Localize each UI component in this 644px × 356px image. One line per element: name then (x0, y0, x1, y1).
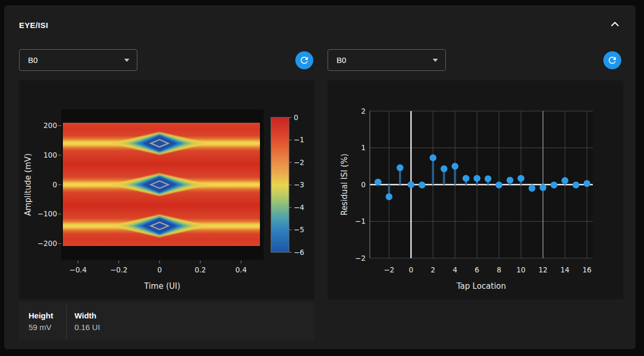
eye-width-label: Width (74, 311, 314, 320)
stem-marker (518, 175, 525, 182)
chevron-down-icon (433, 59, 438, 62)
eye-height-label: Height (29, 311, 66, 320)
isi-y-axis-label: Residual ISI (%) (340, 153, 349, 215)
eye-width-stat: Width 0.16 UI (66, 304, 314, 339)
svg-text:0: 0 (52, 180, 57, 189)
svg-text:2: 2 (431, 266, 435, 274)
svg-text:0.4: 0.4 (236, 266, 247, 274)
stem-marker (539, 184, 546, 191)
svg-text:−100: −100 (38, 209, 57, 218)
stem-marker (463, 175, 470, 182)
eye-height-value: 59 mV (29, 323, 66, 332)
eye-isi-panel: EYE/ISI B0 B0 (4, 5, 636, 349)
residual-isi-chart: 210−1−2−20246810121416 Tap Location Resi… (328, 80, 623, 299)
eye-diagram-chart: 2001000−100−200−0.4−0.200.20.4 0−1−2−3−4… (19, 80, 314, 299)
svg-text:−4: −4 (294, 203, 304, 212)
eye-lane-selected-value: B0 (28, 56, 124, 65)
isi-refresh-button[interactable] (603, 51, 621, 69)
panel-title: EYE/ISI (19, 21, 48, 30)
svg-text:2: 2 (361, 107, 366, 115)
stem-marker (484, 175, 491, 182)
stem-marker (386, 193, 393, 200)
svg-text:−3: −3 (294, 180, 304, 189)
collapse-panel-button[interactable] (609, 18, 621, 31)
colorbar-ticks: 0−1−2−3−4−5−6 (289, 113, 304, 257)
svg-text:100: 100 (43, 151, 57, 159)
svg-text:10: 10 (517, 266, 526, 274)
stem-marker (397, 165, 404, 171)
svg-text:−1: −1 (294, 135, 304, 144)
svg-text:0: 0 (294, 113, 298, 122)
svg-text:0: 0 (157, 266, 162, 274)
svg-text:−200: −200 (38, 239, 57, 248)
svg-text:−0.4: −0.4 (69, 266, 87, 274)
eye-diagram-svg: 2001000−100−200−0.4−0.200.20.4 0−1−2−3−4… (19, 80, 314, 299)
chevron-up-icon (609, 18, 621, 31)
stem-marker (418, 181, 425, 188)
stem-marker (507, 177, 514, 184)
isi-lane-select-dropdown[interactable]: B0 (328, 49, 446, 71)
eye-lane-select-dropdown[interactable]: B0 (19, 49, 137, 71)
svg-text:12: 12 (538, 266, 547, 274)
stem-marker (430, 154, 436, 161)
stem-marker (452, 163, 459, 170)
eye-y-axis-label: Amplitude (mV) (23, 153, 33, 216)
svg-text:16: 16 (582, 266, 591, 274)
stem-marker (408, 181, 415, 188)
eye-width-value: 0.16 UI (74, 323, 314, 332)
stem-marker (528, 185, 535, 191)
svg-text:6: 6 (475, 266, 480, 274)
eye-x-axis-label: Time (UI) (144, 281, 181, 291)
isi-x-axis-label: Tap Location (456, 281, 506, 291)
stem-marker (550, 181, 557, 188)
svg-text:1: 1 (361, 143, 366, 152)
svg-text:4: 4 (453, 266, 458, 274)
svg-text:200: 200 (43, 121, 57, 130)
eye-stats-bar: Height 59 mV Width 0.16 UI (19, 302, 314, 341)
svg-text:0.2: 0.2 (194, 266, 206, 274)
isi-lane-selected-value: B0 (337, 56, 433, 65)
eye-height-stat: Height 59 mV (19, 302, 66, 341)
svg-text:−5: −5 (294, 225, 304, 234)
stem-marker (496, 181, 502, 188)
refresh-icon (607, 55, 618, 66)
eye-refresh-button[interactable] (295, 51, 313, 69)
stem-marker (562, 177, 568, 184)
svg-text:0: 0 (361, 180, 366, 189)
svg-text:−1: −1 (355, 217, 366, 225)
svg-text:−6: −6 (294, 248, 304, 257)
svg-text:8: 8 (497, 266, 501, 274)
stem-marker (375, 179, 381, 186)
residual-isi-svg: 210−1−2−20246810121416 Tap Location Resi… (328, 80, 623, 299)
svg-text:14: 14 (561, 266, 570, 274)
svg-text:−2: −2 (355, 254, 366, 262)
stem-marker (573, 181, 580, 188)
stem-marker (584, 180, 591, 187)
svg-text:−0.2: −0.2 (110, 266, 127, 274)
svg-text:0: 0 (409, 266, 414, 274)
stem-marker (441, 166, 447, 172)
svg-text:−2: −2 (294, 158, 304, 167)
svg-text:−2: −2 (384, 266, 394, 274)
chevron-down-icon (124, 59, 129, 62)
colorbar (271, 117, 289, 252)
stem-marker (473, 175, 480, 182)
refresh-icon (299, 55, 310, 66)
